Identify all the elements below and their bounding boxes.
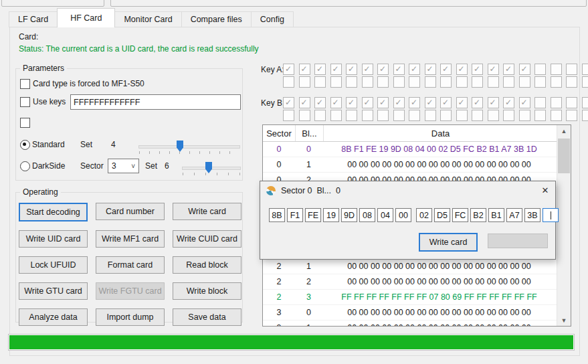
key-b-checkbox[interactable] <box>456 110 468 121</box>
operating-button[interactable]: Write UID card <box>19 230 88 248</box>
operating-button[interactable]: Start decoding <box>19 203 88 221</box>
tab[interactable]: Config <box>251 11 294 27</box>
key-b-checkbox[interactable] <box>346 110 357 121</box>
header-block[interactable]: Bl... <box>296 125 324 141</box>
key-b-checkbox[interactable] <box>330 110 342 121</box>
key-a-checkbox[interactable] <box>314 64 326 75</box>
byte-input[interactable]: 3B <box>524 208 541 222</box>
key-a-checkbox[interactable] <box>503 76 514 88</box>
key-b-checkbox[interactable] <box>440 97 452 108</box>
byte-input[interactable] <box>543 208 559 222</box>
key-a-checkbox[interactable] <box>440 76 452 88</box>
key-b-checkbox[interactable] <box>582 97 588 108</box>
byte-input[interactable]: 08 <box>359 208 375 222</box>
key-b-checkbox[interactable] <box>362 97 373 108</box>
key-b-checkbox[interactable] <box>362 110 373 121</box>
key-a-checkbox[interactable] <box>566 76 577 88</box>
key-a-checkbox[interactable] <box>409 64 420 75</box>
key-b-checkbox[interactable] <box>551 97 562 108</box>
operating-button[interactable]: Read block <box>173 256 241 274</box>
key-a-checkbox[interactable] <box>534 76 546 88</box>
key-a-checkbox[interactable] <box>425 76 436 88</box>
key-a-checkbox[interactable] <box>393 64 405 75</box>
operating-button[interactable]: Import dump <box>96 308 165 326</box>
key-b-checkbox[interactable] <box>299 110 310 121</box>
key-a-checkbox[interactable] <box>377 64 389 75</box>
key-a-checkbox[interactable] <box>551 76 562 88</box>
key-a-checkbox[interactable] <box>582 64 588 75</box>
key-b-checkbox[interactable] <box>283 110 294 121</box>
use-keys-checkbox[interactable] <box>20 97 30 107</box>
key-a-checkbox[interactable] <box>409 76 420 88</box>
key-b-checkbox[interactable] <box>440 110 452 121</box>
key-a-checkbox[interactable] <box>299 64 310 75</box>
key-b-checkbox[interactable] <box>566 97 577 108</box>
key-a-checkbox[interactable] <box>362 76 373 88</box>
byte-input[interactable]: D5 <box>434 208 450 222</box>
operating-button[interactable]: Write MF1 card <box>96 230 165 248</box>
key-a-checkbox[interactable] <box>425 64 436 75</box>
scroll-up-icon[interactable]: ▲ <box>557 125 571 136</box>
key-b-checkbox[interactable] <box>283 97 294 108</box>
close-icon[interactable]: ✕ <box>539 184 551 196</box>
key-b-checkbox[interactable] <box>519 97 530 108</box>
table-row[interactable]: 0 1 00 00 00 00 00 00 00 00 00 00 00 00 … <box>263 157 571 173</box>
key-b-checkbox[interactable] <box>425 110 436 121</box>
operating-button[interactable]: Save data <box>173 308 241 326</box>
byte-input[interactable]: 19 <box>323 208 339 222</box>
key-b-checkbox[interactable] <box>409 110 420 121</box>
key-a-checkbox[interactable] <box>519 64 530 75</box>
header-data[interactable]: Data <box>324 125 558 141</box>
key-a-checkbox[interactable] <box>566 64 577 75</box>
key-b-checkbox[interactable] <box>534 97 546 108</box>
tab[interactable]: LF Card <box>9 11 58 27</box>
force-mf1-checkbox[interactable] <box>20 79 30 89</box>
key-a-checkbox[interactable] <box>283 76 294 88</box>
byte-input[interactable]: 02 <box>416 208 432 222</box>
key-b-checkbox[interactable] <box>377 110 389 121</box>
byte-input[interactable]: 04 <box>377 208 393 222</box>
byte-input[interactable]: 9D <box>341 208 357 222</box>
tab[interactable]: Compare files <box>181 11 252 27</box>
key-a-checkbox[interactable] <box>519 76 530 88</box>
scrollbar-thumb[interactable] <box>558 139 570 173</box>
key-a-checkbox[interactable] <box>503 64 514 75</box>
darkside-radio[interactable] <box>20 161 30 171</box>
key-a-checkbox[interactable] <box>330 76 342 88</box>
table-row[interactable]: 2 3 FF FF FF FF FF FF FF 07 80 69 FF FF … <box>263 290 557 305</box>
key-b-checkbox[interactable] <box>393 110 405 121</box>
key-b-checkbox[interactable] <box>472 110 483 121</box>
key-a-checkbox[interactable] <box>440 64 452 75</box>
unlabeled-checkbox[interactable] <box>20 118 30 128</box>
key-a-checkbox[interactable] <box>346 64 357 75</box>
byte-input[interactable]: A7 <box>506 208 522 222</box>
table-row[interactable]: 0 0 8B F1 FE 19 9D 08 04 00 02 D5 FC B2 … <box>263 142 571 157</box>
tab[interactable]: Monitor Card <box>114 11 181 27</box>
key-a-checkbox[interactable] <box>472 64 483 75</box>
operating-button[interactable]: Write FGTU card <box>96 282 165 300</box>
key-b-checkbox[interactable] <box>582 110 588 121</box>
key-b-checkbox[interactable] <box>472 97 483 108</box>
key-b-checkbox[interactable] <box>377 97 389 108</box>
operating-button[interactable]: Write block <box>173 282 241 300</box>
key-a-checkbox[interactable] <box>377 76 389 88</box>
key-b-checkbox[interactable] <box>409 97 420 108</box>
keys-input[interactable]: FFFFFFFFFFFFF <box>70 94 241 110</box>
byte-input[interactable]: F1 <box>287 208 303 222</box>
scroll-down-icon[interactable]: ▼ <box>557 314 571 326</box>
table-row[interactable]: 3 0 00 00 00 00 00 00 00 00 00 00 00 00 … <box>263 305 557 321</box>
key-a-checkbox[interactable] <box>472 76 483 88</box>
key-b-checkbox[interactable] <box>314 97 326 108</box>
dialog-blank-button[interactable] <box>488 234 548 248</box>
table-row[interactable]: 3 1 00 00 00 00 00 00 00 00 00 00 00 00 … <box>263 321 557 326</box>
operating-button[interactable]: Write GTU card <box>19 282 88 300</box>
key-b-checkbox[interactable] <box>425 97 436 108</box>
byte-input[interactable]: B2 <box>470 208 486 222</box>
key-b-checkbox[interactable] <box>488 110 499 121</box>
key-a-checkbox[interactable] <box>393 76 405 88</box>
key-b-checkbox[interactable] <box>299 97 310 108</box>
byte-input[interactable]: 8B <box>269 208 285 222</box>
key-a-checkbox[interactable] <box>456 64 468 75</box>
table-row[interactable]: 2 1 00 00 00 00 00 00 00 00 00 00 00 00 … <box>263 259 557 274</box>
byte-input[interactable]: 00 <box>395 208 411 222</box>
